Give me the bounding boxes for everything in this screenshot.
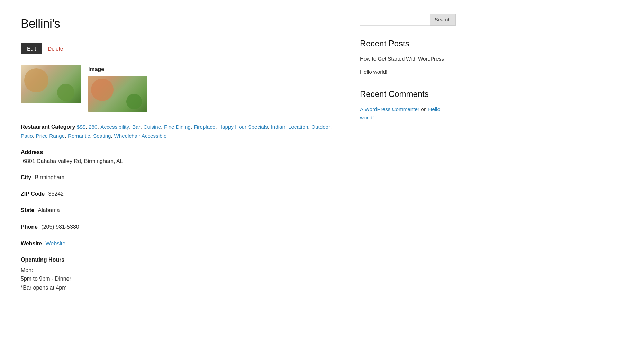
hours-label: Operating Hours xyxy=(21,257,64,263)
category-tag[interactable]: Location xyxy=(288,124,308,130)
edit-button[interactable]: Edit xyxy=(21,43,42,54)
search-input[interactable] xyxy=(360,14,430,26)
recent-posts-section: Recent Posts How to Get Started With Wor… xyxy=(360,38,450,76)
details-section: Restaurant Category $$$, 280, Accessibil… xyxy=(21,122,332,292)
delete-button[interactable]: Delete xyxy=(48,46,63,52)
category-label: Restaurant Category xyxy=(21,124,75,130)
operating-hours-row: Operating Hours Mon: 5pm to 9pm - Dinner… xyxy=(21,255,332,292)
category-tag[interactable]: Fine Dining xyxy=(164,124,191,130)
images-section: Image xyxy=(21,65,332,112)
main-restaurant-image xyxy=(21,65,81,103)
recent-comments-title: Recent Comments xyxy=(360,89,450,99)
category-tag[interactable]: Happy Hour Specials xyxy=(218,124,268,130)
hours-note: *Bar opens at 4pm xyxy=(21,283,332,292)
recent-posts-list: How to Get Started With WordPressHello w… xyxy=(360,54,450,76)
search-form: Search xyxy=(360,14,450,26)
main-content: Bellini's Edit Delete Image Restaurant C… xyxy=(21,14,332,300)
category-tag[interactable]: Romantic xyxy=(68,133,90,139)
phone-label: Phone xyxy=(21,224,38,230)
category-tag[interactable]: Wheelchair Accessible xyxy=(114,133,166,139)
address-row: Address 6801 Cahaba Valley Rd, Birmingha… xyxy=(21,148,332,165)
website-link[interactable]: Website xyxy=(46,240,66,246)
image-label: Image xyxy=(88,65,147,74)
city-row: City Birmingham xyxy=(21,173,332,182)
category-tag[interactable]: Indian xyxy=(271,124,285,130)
operating-hours-block: Mon: 5pm to 9pm - Dinner *Bar opens at 4… xyxy=(21,266,332,292)
website-row: Website Website xyxy=(21,239,332,248)
hours-day: Mon: xyxy=(21,266,332,275)
state-value: Alabama xyxy=(38,207,60,213)
page-title: Bellini's xyxy=(21,14,332,33)
zip-label: ZIP Code xyxy=(21,191,45,197)
category-tag[interactable]: Cuisine xyxy=(143,124,161,130)
search-widget: Search xyxy=(360,14,450,26)
category-tag[interactable]: Patio xyxy=(21,133,33,139)
state-row: State Alabama xyxy=(21,206,332,215)
category-tag[interactable]: Price Range xyxy=(36,133,65,139)
state-label: State xyxy=(21,207,34,213)
action-buttons: Edit Delete xyxy=(21,43,332,54)
category-tag[interactable]: Fireplace xyxy=(194,124,215,130)
list-item: How to Get Started With WordPress xyxy=(360,54,450,63)
recent-comments-section: Recent Comments A WordPress Commenter on… xyxy=(360,89,450,122)
sidebar: Search Recent Posts How to Get Started W… xyxy=(360,14,450,300)
website-label: Website xyxy=(21,240,42,246)
category-tag[interactable]: Outdoor xyxy=(311,124,330,130)
list-item: A WordPress Commenter on Hello world! xyxy=(360,105,450,122)
phone-row: Phone (205) 981-5380 xyxy=(21,222,332,231)
category-tag[interactable]: Bar xyxy=(132,124,141,130)
recent-comments-list: A WordPress Commenter on Hello world! xyxy=(360,105,450,122)
list-item: Hello world! xyxy=(360,67,450,76)
page-wrapper: Bellini's Edit Delete Image Restaurant C… xyxy=(0,0,623,314)
category-tag[interactable]: Seating xyxy=(93,133,111,139)
city-value: Birmingham xyxy=(35,174,64,180)
category-tag[interactable]: Accessibility xyxy=(100,124,129,130)
city-label: City xyxy=(21,174,31,180)
hours-time: 5pm to 9pm - Dinner xyxy=(21,274,332,283)
zip-value: 35242 xyxy=(48,191,64,197)
address-value: 6801 Cahaba Valley Rd, Birmingham, AL xyxy=(23,158,123,164)
phone-value: (205) 981-5380 xyxy=(41,224,79,230)
category-tag[interactable]: $$$ xyxy=(77,124,85,130)
recent-post-link[interactable]: Hello world! xyxy=(360,69,387,75)
commenter-link[interactable]: A WordPress Commenter xyxy=(360,106,419,112)
recent-posts-title: Recent Posts xyxy=(360,38,450,49)
recent-post-link[interactable]: How to Get Started With WordPress xyxy=(360,56,444,62)
category-tag[interactable]: 280 xyxy=(89,124,97,130)
secondary-restaurant-image xyxy=(88,76,147,112)
zip-row: ZIP Code 35242 xyxy=(21,190,332,199)
address-label: Address xyxy=(21,149,43,155)
category-row: Restaurant Category $$$, 280, Accessibil… xyxy=(21,122,332,140)
search-button[interactable]: Search xyxy=(430,14,456,26)
image-block: Image xyxy=(88,65,147,112)
